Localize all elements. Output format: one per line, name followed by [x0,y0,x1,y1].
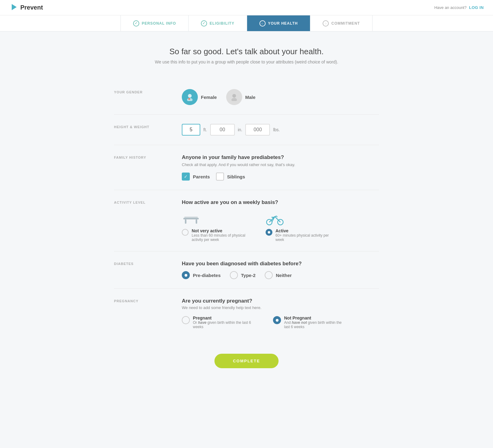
family-history-label: FAMILY HISTORY [114,154,182,181]
female-label: Female [201,95,217,100]
complete-area: COMPLETE [114,354,379,368]
type2-radio[interactable] [230,271,238,279]
pregnant-desc: Or have given birth within the last 6 we… [193,320,255,329]
gender-female-option[interactable]: Female [182,89,217,105]
pregnancy-sub: We need to add some friendly help text h… [182,305,379,310]
siblings-checkbox[interactable] [216,173,224,181]
active-text: Active 60+ minutes physical activity per… [275,228,331,242]
lbs-unit: lbs. [273,127,280,132]
tab-your-health[interactable]: ○ YOUR HEALTH [247,15,311,31]
pre-diabetes-option[interactable]: Pre-diabetes [182,271,221,279]
tab-personal-info-label: PERSONAL INFO [142,21,176,26]
header: Prevent Have an account? LOG IN [0,0,493,15]
login-link[interactable]: LOG IN [469,5,484,10]
male-avatar [226,89,242,105]
tab-eligibility[interactable]: ✓ ELIGIBILITY [189,15,247,31]
pre-diabetes-label: Pre-diabetes [193,273,221,278]
active-desc: 60+ minutes physical activity per week [275,233,331,242]
svg-point-5 [231,98,237,101]
diabetes-section: DIABETES Have you been diagnosed with di… [114,251,379,289]
siblings-label: Siblings [227,174,245,179]
activity-options: Not very active Less than 60 minutes of … [182,210,379,242]
inches-unit: in. [238,127,242,132]
tab-commitment[interactable]: ○ COMMITMENT [310,15,373,31]
active-option[interactable]: Active 60+ minutes physical activity per… [266,210,331,242]
not-pregnant-option[interactable]: Not Pregnant And have not given birth wi… [273,316,346,329]
tab-personal-info[interactable]: ✓ PERSONAL INFO [120,15,189,31]
parents-checkbox[interactable]: ✓ [182,173,190,181]
pregnant-option[interactable]: Pregnant Or have given birth within the … [182,316,255,329]
bench-icon [182,212,200,226]
logo-text: Prevent [20,4,43,11]
pregnancy-label: PREGNANCY [114,298,182,329]
svg-line-16 [277,216,277,217]
feet-input[interactable] [182,124,200,136]
svg-point-4 [232,94,236,98]
neither-label: Neither [276,273,292,278]
activity-level-section: ACTIVITY LEVEL How active are you on a w… [114,190,379,251]
pregnant-text: Pregnant Or have given birth within the … [193,316,255,329]
gender-label: YOUR GENDER [114,89,182,105]
female-avatar [182,89,198,105]
header-right: Have an account? LOG IN [434,5,484,10]
type2-option[interactable]: Type-2 [230,271,255,279]
pregnancy-question: Are you currently pregnant? [182,298,379,304]
height-weight-label: HEIGHT & WEIGHT [114,124,182,136]
activity-level-label: ACTIVITY LEVEL [114,199,182,242]
svg-rect-6 [183,218,199,219]
height-weight-content: ft. in. lbs. [182,124,379,136]
gender-options: Female Male [182,89,379,105]
diabetes-label: DIABETES [114,261,182,279]
tab-your-health-label: YOUR HEALTH [268,21,298,26]
neither-radio[interactable] [265,271,273,279]
pregnancy-content: Are you currently pregnant? We need to a… [182,298,379,329]
gender-section: YOUR GENDER Female [114,80,379,115]
activity-level-content: How active are you on a weekly basis? [182,199,379,242]
male-label: Male [245,95,255,100]
lbs-input[interactable] [245,124,270,136]
height-weight-section: HEIGHT & WEIGHT ft. in. lbs. [114,115,379,145]
tab-commitment-icon: ○ [323,20,329,26]
family-history-section: FAMILY HISTORY Anyone in your family hav… [114,145,379,190]
parents-option[interactable]: ✓ Parents [182,173,210,181]
active-radio-row: Active 60+ minutes physical activity per… [266,228,331,242]
complete-button[interactable]: COMPLETE [214,354,279,368]
svg-rect-7 [185,219,186,224]
svg-line-15 [275,216,277,217]
page-subtitle: We use this info to put you in a group w… [114,59,379,64]
tab-your-health-icon: ○ [259,20,266,26]
parents-label: Parents [193,174,210,179]
pregnancy-section: PREGNANCY Are you currently pregnant? We… [114,289,379,338]
prevent-logo-icon [9,3,18,13]
diabetes-question: Have you been diagnosed with diabetes be… [182,261,379,267]
tab-personal-info-icon: ✓ [133,20,139,26]
gender-male-option[interactable]: Male [226,89,255,105]
not-very-active-radio[interactable] [182,229,189,236]
height-weight-inputs: ft. in. lbs. [182,124,379,136]
active-radio[interactable] [266,229,272,236]
not-pregnant-text: Not Pregnant And have not given birth wi… [284,316,346,329]
pregnant-radio[interactable] [182,316,190,324]
type2-label: Type-2 [241,273,255,278]
inches-input[interactable] [210,124,235,136]
not-very-active-option[interactable]: Not very active Less than 60 minutes of … [182,210,247,242]
tab-commitment-label: COMMITMENT [331,21,360,26]
family-question: Anyone in your family have prediabetes? [182,154,379,161]
progress-tabs: ✓ PERSONAL INFO ✓ ELIGIBILITY ○ YOUR HEA… [0,15,493,31]
svg-point-1 [188,94,192,98]
not-very-active-text: Not very active Less than 60 minutes of … [192,228,247,242]
main-content: So far so good. Let's talk about your he… [108,31,385,393]
not-very-active-name: Not very active [192,228,247,233]
pre-diabetes-radio[interactable] [182,271,190,279]
siblings-option[interactable]: Siblings [216,173,245,181]
not-pregnant-radio[interactable] [273,316,281,324]
active-name: Active [275,228,331,233]
diabetes-content: Have you been diagnosed with diabetes be… [182,261,379,279]
bench-icon-area [182,210,200,226]
pregnancy-options: Pregnant Or have given birth within the … [182,316,379,329]
neither-option[interactable]: Neither [265,271,292,279]
svg-rect-8 [196,219,197,224]
family-history-content: Anyone in your family have prediabetes? … [182,154,379,181]
diabetes-options: Pre-diabetes Type-2 Neither [182,271,379,279]
pregnant-name: Pregnant [193,316,255,320]
